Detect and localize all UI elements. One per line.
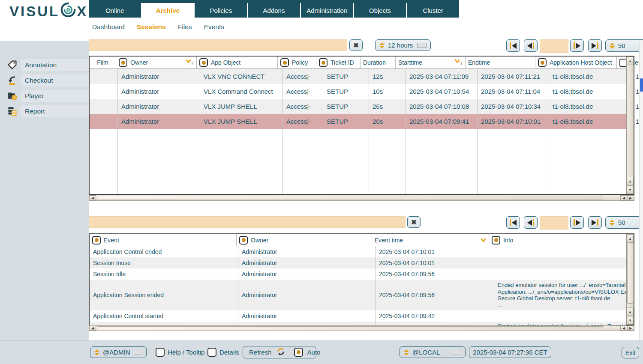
column-header-starttime[interactable]: Starttime1: [396, 57, 466, 69]
column-header-duration[interactable]: Duration: [361, 57, 396, 69]
page-vertical-scrollbar[interactable]: [639, 41, 643, 340]
tab-administration[interactable]: Administration: [301, 3, 353, 18]
tab-objects[interactable]: Objects: [354, 3, 406, 18]
event-row[interactable]: Session Inuse Administrator 2025-03-04 0…: [90, 257, 626, 269]
auto-refresh-radio[interactable]: [294, 348, 303, 357]
column-header-film[interactable]: Film: [90, 57, 116, 69]
refresh-icon[interactable]: [276, 347, 285, 358]
next-page-button[interactable]: [570, 216, 584, 229]
scroll-up-button[interactable]: ▲: [627, 57, 634, 65]
event-row[interactable]: Application Session ended Administrator …: [90, 280, 626, 310]
details-label: Details: [219, 349, 239, 356]
time-range-value: 12 hours: [388, 42, 413, 49]
events-vertical-scrollbar[interactable]: ▲ ▲ ▼: [626, 234, 634, 325]
details-checkbox[interactable]: [207, 348, 216, 357]
subtab-dashboard[interactable]: Dashboard: [92, 23, 125, 31]
sidebar-item-player[interactable]: Player: [21, 90, 93, 102]
sessions-search-input[interactable]: [89, 39, 347, 51]
subtab-events[interactable]: Events: [204, 23, 224, 31]
column-header-ticket-id[interactable]: Ticket ID: [316, 57, 361, 69]
column-header-event-time[interactable]: Event time: [372, 234, 489, 246]
scroll-up-button[interactable]: ▲: [627, 234, 634, 243]
sidebar-item-annotation[interactable]: Annotation: [21, 59, 93, 71]
exit-button[interactable]: Exit: [622, 347, 639, 358]
time-range-select[interactable]: 12 hours: [375, 39, 431, 51]
session-row[interactable]: Administrator VLX JUMP SHELL Access|- SE…: [90, 99, 626, 114]
scroll-track[interactable]: [96, 195, 620, 200]
event-row[interactable]: Session Idle Administrator 2025-03-04 07…: [90, 269, 626, 280]
scroll-right-button[interactable]: ▶: [627, 326, 634, 331]
next-page-button[interactable]: [570, 39, 584, 52]
last-page-button[interactable]: [588, 216, 602, 229]
scroll-left-button[interactable]: ◀: [89, 195, 96, 200]
help-tooltip-checkbox[interactable]: [156, 348, 165, 357]
admin-context-select[interactable]: @ADMIN: [90, 346, 147, 358]
page-number-input[interactable]: [540, 216, 568, 230]
page-scroll-thumb[interactable]: [640, 78, 643, 92]
session-row-selected[interactable]: Administrator VLX JUMP SHELL Access|- SE…: [90, 114, 626, 129]
prev-page-button[interactable]: [524, 39, 538, 52]
cell-owner: Administrator: [118, 99, 200, 114]
column-header-info[interactable]: Info: [489, 234, 626, 246]
events-clear-filter-button[interactable]: ✖: [407, 216, 421, 228]
column-header-application-host-object[interactable]: Application Host Object: [535, 57, 617, 69]
page-size-select[interactable]: 50: [605, 39, 643, 52]
tab-policies[interactable]: Policies: [195, 3, 247, 18]
tab-addons[interactable]: Addons: [248, 3, 300, 18]
scroll-left-button[interactable]: ◀: [620, 326, 627, 331]
first-page-button[interactable]: [506, 39, 520, 52]
sessions-vertical-scrollbar[interactable]: ▲ ▲ ▼: [626, 57, 634, 194]
main-tabbar: Online Archive Policies Addons Administr…: [89, 3, 459, 18]
tab-cluster[interactable]: Cluster: [407, 3, 459, 18]
column-label: Event time: [375, 237, 403, 244]
last-page-button[interactable]: [588, 39, 602, 52]
scroll-thumb[interactable]: [97, 196, 603, 200]
prev-page-button[interactable]: [524, 216, 538, 229]
column-header-endtime[interactable]: Endtime: [466, 57, 535, 69]
column-header-policy[interactable]: Policy: [278, 57, 316, 69]
events-horizontal-scrollbar[interactable]: ◀ ◀ ▶: [89, 325, 634, 331]
bar: [574, 42, 575, 49]
subtab-files[interactable]: Files: [178, 23, 192, 31]
events-search-input[interactable]: [89, 216, 406, 228]
refresh-button[interactable]: Refresh: [249, 349, 272, 356]
column-header-owner[interactable]: Owner2: [116, 57, 197, 69]
scroll-left-button[interactable]: ◀: [620, 195, 627, 200]
local-timezone-select[interactable]: @LOCAL: [400, 346, 466, 358]
tab-online[interactable]: Online: [89, 3, 141, 18]
column-header-owner[interactable]: Owner: [237, 234, 372, 246]
scroll-up-button[interactable]: ▲: [627, 177, 634, 185]
scroll-track[interactable]: [96, 326, 620, 331]
event-row[interactable]: Application Control ended Administrator …: [90, 246, 626, 257]
cell-endtime: 2025-03-04 07:10:34: [478, 99, 549, 114]
scroll-right-button[interactable]: ▶: [627, 195, 634, 200]
sidebar-item-report[interactable]: Report: [21, 105, 93, 117]
scroll-thumb[interactable]: [97, 326, 603, 330]
page-size-value: 50: [618, 219, 625, 226]
select-updown-icon: [94, 349, 99, 355]
sidebar-item-report-wrap: Report: [0, 105, 89, 117]
sessions-horizontal-scrollbar[interactable]: ◀ ◀ ▶: [89, 195, 634, 201]
column-header-event[interactable]: Event: [90, 234, 237, 246]
page-number-input[interactable]: [540, 39, 568, 53]
scroll-track[interactable]: [627, 243, 634, 307]
first-page-button[interactable]: [506, 216, 520, 229]
tab-archive[interactable]: Archive: [142, 3, 194, 18]
page-size-select[interactable]: 50: [605, 216, 643, 229]
column-header-app-object[interactable]: App Object: [197, 57, 278, 69]
sessions-clear-filter-button[interactable]: ✖: [349, 39, 363, 51]
scroll-up-button[interactable]: ▲: [627, 307, 634, 316]
scroll-thumb[interactable]: [627, 244, 633, 304]
session-row[interactable]: Administrator VLX Command Connect Access…: [90, 84, 626, 99]
sidebar-item-checkout[interactable]: Checkout: [21, 75, 93, 87]
bar: [597, 42, 598, 49]
filter-radio-icon: [199, 58, 208, 67]
event-row[interactable]: Application Control started Administrato…: [90, 310, 626, 322]
session-row[interactable]: Administrator VLX VNC CONNECT Access|- S…: [90, 69, 626, 84]
scroll-down-button[interactable]: ▼: [627, 316, 634, 325]
scroll-down-button[interactable]: ▼: [627, 185, 634, 194]
subtab-sessions[interactable]: Sessions: [137, 23, 166, 31]
column-label: Application Host Object: [550, 59, 612, 66]
scroll-left-button[interactable]: ◀: [89, 326, 96, 331]
scroll-track[interactable]: [627, 65, 634, 177]
